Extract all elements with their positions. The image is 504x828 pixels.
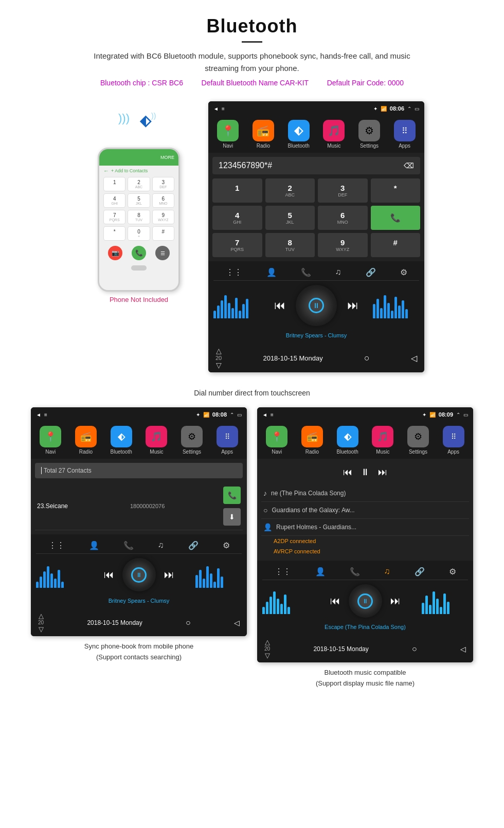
contacts-search-bar[interactable]: Total 27 Contacts [35, 463, 243, 478]
music-nav-bt[interactable]: ⬖Bluetooth [337, 426, 358, 455]
backspace-icon[interactable]: ⌫ [404, 161, 414, 170]
contacts-icon[interactable]: 👤 [266, 267, 277, 277]
next-button[interactable]: ⏭ [347, 299, 358, 312]
phone-key-5[interactable]: 5JKL [128, 193, 150, 208]
contacts-nav-apps[interactable]: ⠿Apps [217, 426, 238, 455]
contacts-prev-btn[interactable]: ⏮ [104, 569, 114, 581]
phone-key-star[interactable]: * [103, 226, 125, 241]
contact-sms-button[interactable]: ⬇ [223, 508, 241, 526]
music-fwd-btn[interactable]: ⏭ [378, 467, 387, 478]
phone-call-button[interactable]: 📞 [132, 246, 146, 260]
phone-key-0[interactable]: 0+ [128, 226, 150, 241]
contacts-back-tri[interactable]: ◁ [234, 619, 240, 627]
phone-key-2[interactable]: 2ABC [128, 177, 150, 191]
contacts-nav-music[interactable]: 🎵Music [146, 426, 167, 455]
phone-key-8[interactable]: 8TUV [128, 210, 150, 224]
nav-music[interactable]: 🎵 Music [323, 120, 345, 149]
dial-key-7[interactable]: 7PQRS [212, 233, 262, 257]
contacts-nav-settings[interactable]: ⚙Settings [181, 426, 203, 455]
music-nav-settings[interactable]: ⚙Settings [407, 426, 429, 455]
nav-radio[interactable]: 📻 Radio [253, 120, 274, 149]
music-play-btn[interactable]: ⏸ [361, 467, 370, 478]
phone-menu-button[interactable]: ☰ [155, 246, 170, 260]
call-button[interactable]: 📞 [371, 206, 421, 230]
menu-bottom-icon[interactable]: ⋮⋮ [226, 267, 242, 277]
nav-settings[interactable]: ⚙ Settings [358, 120, 380, 149]
dial-key-9[interactable]: 9WXYZ [318, 233, 368, 257]
music-call-icon[interactable]: 📞 [350, 567, 360, 577]
phone-key-7[interactable]: 7PQRS [103, 210, 125, 224]
dial-key-hash[interactable]: # [371, 233, 421, 257]
music-note-icon[interactable]: ♫ [335, 267, 341, 277]
dial-key-2[interactable]: 2ABC [265, 178, 315, 203]
dial-key-3[interactable]: 3DEF [318, 178, 368, 203]
nav-bluetooth[interactable]: ⬖ Bluetooth [288, 120, 310, 149]
contacts-link-icon[interactable]: 🔗 [188, 541, 199, 550]
link-icon[interactable]: 🔗 [366, 267, 376, 277]
music-play-pause-2[interactable]: ⏸ [362, 598, 368, 605]
phone-key-1[interactable]: 1 [103, 177, 125, 191]
contacts-call-icon[interactable]: 📞 [123, 541, 134, 550]
gear-bottom-icon[interactable]: ⚙ [400, 267, 407, 277]
music-back-icon[interactable]: ◄ [262, 412, 267, 418]
back-icon[interactable]: ◄ [213, 106, 219, 112]
dial-key-1[interactable]: 1 [212, 178, 262, 203]
play-pause-icon[interactable]: ⏸ [313, 301, 320, 310]
calls-icon[interactable]: 📞 [301, 267, 311, 277]
dial-key-6[interactable]: 6MNO [318, 206, 368, 230]
contacts-play-pause[interactable]: ⏸ [136, 571, 142, 579]
circle-icon[interactable]: ○ [364, 353, 370, 364]
music-rew-btn[interactable]: ⏮ [343, 467, 352, 478]
back-triangle-icon[interactable]: ◁ [411, 353, 417, 363]
contacts-nav-navi[interactable]: 📍Navi [40, 426, 61, 455]
prev-button[interactable]: ⏮ [274, 299, 285, 312]
phone-home-button[interactable] [131, 265, 147, 271]
music-menu-icon[interactable]: ⋮⋮ [275, 567, 291, 577]
music-note-icon-2[interactable]: ♫ [384, 567, 390, 577]
contacts-down-icon[interactable]: ▽ [39, 625, 44, 633]
phone-key-3[interactable]: 3DEF [152, 177, 174, 191]
music-circle-icon[interactable]: ○ [412, 644, 417, 654]
dial-key-8[interactable]: 8TUV [265, 233, 315, 257]
music-song-3[interactable]: 👤 Rupert Holmes - Guardians... [261, 519, 469, 536]
music-down-icon[interactable]: ▽ [265, 652, 270, 659]
contact-item[interactable]: 23.Seicane 18000002076 📞 ⬇ [35, 482, 243, 530]
nav-navi[interactable]: 📍 Navi [217, 120, 239, 149]
nav-apps[interactable]: ⠿ Apps [394, 120, 416, 149]
music-back-tri[interactable]: ◁ [460, 645, 466, 653]
contacts-next-btn[interactable]: ⏭ [164, 569, 174, 581]
phone-end-call-button[interactable]: 📷 [108, 246, 122, 260]
up-arrow-icon[interactable]: △ [216, 347, 222, 355]
down-arrow-icon[interactable]: ▽ [216, 361, 222, 369]
contacts-circle-icon[interactable]: ○ [186, 618, 191, 627]
phone-key-hash[interactable]: # [152, 226, 174, 241]
music-link-icon[interactable]: 🔗 [415, 567, 425, 577]
music-nav-music[interactable]: 🎵Music [372, 426, 393, 455]
phone-key-6[interactable]: 6MNO [152, 193, 174, 208]
contact-call-button[interactable]: 📞 [223, 487, 241, 504]
music-song-1[interactable]: ♪ ne (The Pina Colada Song) [261, 485, 469, 502]
music-song-2[interactable]: ○ Guardians of the Galaxy: Aw... [261, 502, 469, 519]
phone-key-9[interactable]: 9WXYZ [152, 210, 174, 224]
music-nav-radio[interactable]: 📻Radio [301, 426, 323, 455]
dial-grid: 1 2ABC 3DEF * 4GHI 5JKL 6MNO 📞 7PQRS 8TU… [212, 178, 420, 257]
music-up-icon[interactable]: △ [265, 638, 270, 646]
music-nav-apps[interactable]: ⠿Apps [443, 426, 464, 455]
phone-key-4[interactable]: 4GHI [103, 193, 125, 208]
dial-key-4[interactable]: 4GHI [212, 206, 262, 230]
contacts-back-icon[interactable]: ◄ [36, 412, 41, 418]
contacts-gear-icon[interactable]: ⚙ [223, 541, 230, 550]
music-prev-btn-2[interactable]: ⏮ [330, 595, 340, 607]
music-person-icon[interactable]: 👤 [315, 567, 326, 577]
contacts-note-icon[interactable]: ♫ [158, 541, 164, 550]
music-next-btn-2[interactable]: ⏭ [390, 595, 401, 607]
contacts-up-icon[interactable]: △ [39, 612, 44, 620]
contacts-nav-radio[interactable]: 📻Radio [75, 426, 97, 455]
dial-key-star[interactable]: * [371, 178, 421, 203]
music-gear-icon[interactable]: ⚙ [449, 567, 456, 577]
contacts-menu-icon[interactable]: ⋮⋮ [48, 541, 65, 550]
music-nav-navi[interactable]: 📍Navi [266, 426, 287, 455]
dial-key-5[interactable]: 5JKL [265, 206, 315, 230]
contacts-nav-bt[interactable]: ⬖Bluetooth [111, 426, 132, 455]
contacts-person-icon[interactable]: 👤 [89, 541, 99, 550]
